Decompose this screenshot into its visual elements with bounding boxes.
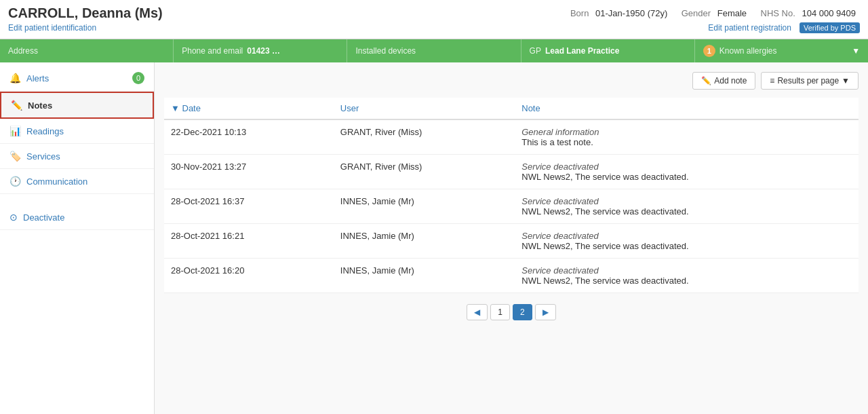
allergy-down-icon: ▼ (852, 46, 860, 56)
col-user-header: User (334, 98, 515, 119)
cell-user: GRANT, River (Miss) (334, 155, 515, 189)
cell-date: 30-Nov-2021 13:27 (164, 155, 334, 189)
note-title: Service deactivated (521, 196, 852, 206)
sidebar-item-communication[interactable]: 🕐 Communication (0, 169, 154, 194)
cell-note: Service deactivated NWL News2, The servi… (515, 259, 859, 293)
sidebar-item-readings[interactable]: 📊 Readings (0, 119, 154, 144)
table-row: 28-Oct-2021 16:20 INNES, Jamie (Mr) Serv… (164, 259, 859, 293)
note-title: General information (521, 127, 852, 137)
pagination-prev[interactable]: ◀ (467, 304, 488, 320)
alerts-badge: 0 (132, 72, 144, 84)
verified-badge: Verified by PDS (800, 22, 860, 33)
services-label: Services (26, 151, 60, 162)
col-note-header: Note (515, 98, 859, 119)
sidebar-item-deactivate[interactable]: ⊙ Deactivate (0, 205, 154, 230)
readings-label: Readings (26, 126, 64, 136)
patient-meta: CARROLL, Deanna (Ms) Born 01-Jan-1950 (7… (8, 5, 860, 21)
cell-note: Service deactivated NWL News2, The servi… (515, 189, 859, 224)
patient-header: CARROLL, Deanna (Ms) Born 01-Jan-1950 (7… (0, 0, 868, 39)
info-bar-gp[interactable]: GP Lead Lane Practice (521, 39, 695, 62)
communication-label: Communication (26, 176, 87, 187)
pencil-icon: ✏️ (701, 76, 711, 86)
alerts-label: Alerts (26, 73, 49, 83)
cell-date: 28-Oct-2021 16:20 (164, 259, 334, 293)
sort-icon: ▼ (171, 103, 180, 113)
chart-icon: 📊 (9, 126, 21, 136)
pagination-page-2[interactable]: 2 (513, 304, 532, 320)
cell-note: General information This is a test note. (515, 119, 859, 155)
table-row: 28-Oct-2021 16:37 INNES, Jamie (Mr) Serv… (164, 189, 859, 224)
sidebar: 🔔 Alerts 0 ✏️ Notes 📊 Readings 🏷️ Servic… (0, 62, 155, 414)
patient-dob: 01-Jan-1950 (72y) (595, 8, 667, 18)
list-icon: ≡ (770, 76, 774, 86)
edit-identification-link[interactable]: Edit patient identification (8, 23, 96, 33)
sidebar-item-services[interactable]: 🏷️ Services (0, 144, 154, 169)
cell-date: 28-Oct-2021 16:37 (164, 189, 334, 224)
cell-user: GRANT, River (Miss) (334, 119, 515, 155)
address-label: Address (8, 46, 38, 56)
info-bar-devices[interactable]: Installed devices (347, 39, 521, 62)
allergy-label: Known allergies (719, 46, 777, 56)
note-body: NWL News2, The service was deactivated. (521, 276, 852, 286)
info-bar-allergies[interactable]: 1 Known allergies ▼ (695, 39, 868, 62)
table-header-row: ▼ Date User Note (164, 98, 859, 119)
patient-name: CARROLL, Deanna (Ms) (8, 5, 163, 21)
gp-value: Lead Lane Practice (545, 46, 619, 56)
notes-toolbar: ✏️ Add note ≡ Results per page ▼ (164, 72, 859, 90)
note-body: NWL News2, The service was deactivated. (521, 206, 852, 217)
notes-content: ✏️ Add note ≡ Results per page ▼ ▼ Date … (155, 62, 868, 414)
gp-label: GP (530, 46, 541, 56)
clock-icon: 🕐 (9, 176, 21, 187)
patient-nhs: 104 000 9409 (802, 8, 856, 18)
note-icon: ✏️ (11, 100, 22, 111)
tag-icon: 🏷️ (9, 151, 21, 162)
note-title: Service deactivated (521, 265, 852, 276)
info-bar-phone[interactable]: Phone and email 01423 … (174, 39, 347, 62)
phone-label: Phone and email (182, 46, 243, 56)
allergy-count-badge: 1 (703, 45, 715, 57)
cell-date: 28-Oct-2021 16:21 (164, 224, 334, 259)
notes-table: ▼ Date User Note 22-Dec-2021 10:13 GRANT… (164, 98, 859, 293)
phone-value: 01423 … (247, 46, 280, 56)
sidebar-item-notes[interactable]: ✏️ Notes (0, 92, 154, 119)
chevron-down-icon: ▼ (842, 76, 850, 86)
cell-user: INNES, Jamie (Mr) (334, 259, 515, 293)
cell-user: INNES, Jamie (Mr) (334, 224, 515, 259)
note-title: Service deactivated (521, 162, 852, 172)
patient-gender: Female (717, 8, 747, 18)
table-row: 30-Nov-2021 13:27 GRANT, River (Miss) Se… (164, 155, 859, 189)
nhs-label: NHS No. (761, 8, 795, 18)
devices-label: Installed devices (355, 46, 416, 56)
cell-note: Service deactivated NWL News2, The servi… (515, 155, 859, 189)
cell-date: 22-Dec-2021 10:13 (164, 119, 334, 155)
info-bar-address[interactable]: Address (0, 39, 174, 62)
note-body: NWL News2, The service was deactivated. (521, 241, 852, 251)
pagination: ◀ 1 2 ▶ (164, 304, 859, 320)
pagination-next[interactable]: ▶ (535, 304, 556, 320)
pagination-page-1[interactable]: 1 (490, 304, 510, 320)
deactivate-icon: ⊙ (9, 212, 18, 223)
born-label: Born (570, 8, 589, 18)
note-body: NWL News2, The service was deactivated. (521, 172, 852, 182)
deactivate-label: Deactivate (23, 212, 64, 223)
cell-user: INNES, Jamie (Mr) (334, 189, 515, 224)
notes-label: Notes (28, 100, 52, 111)
note-title: Service deactivated (521, 231, 852, 241)
gender-label: Gender (682, 8, 711, 18)
main-layout: 🔔 Alerts 0 ✏️ Notes 📊 Readings 🏷️ Servic… (0, 62, 868, 414)
sidebar-item-alerts[interactable]: 🔔 Alerts 0 (0, 65, 154, 92)
note-body: This is a test note. (521, 137, 852, 147)
add-note-button[interactable]: ✏️ Add note (692, 72, 755, 90)
col-date-header[interactable]: ▼ Date (164, 98, 334, 119)
table-row: 28-Oct-2021 16:21 INNES, Jamie (Mr) Serv… (164, 224, 859, 259)
results-per-page-button[interactable]: ≡ Results per page ▼ (761, 72, 859, 90)
bell-icon: 🔔 (9, 73, 21, 83)
info-bar: Address Phone and email 01423 … Installe… (0, 39, 868, 62)
cell-note: Service deactivated NWL News2, The servi… (515, 224, 859, 259)
edit-registration-link[interactable]: Edit patient registration (708, 23, 791, 33)
table-row: 22-Dec-2021 10:13 GRANT, River (Miss) Ge… (164, 119, 859, 155)
